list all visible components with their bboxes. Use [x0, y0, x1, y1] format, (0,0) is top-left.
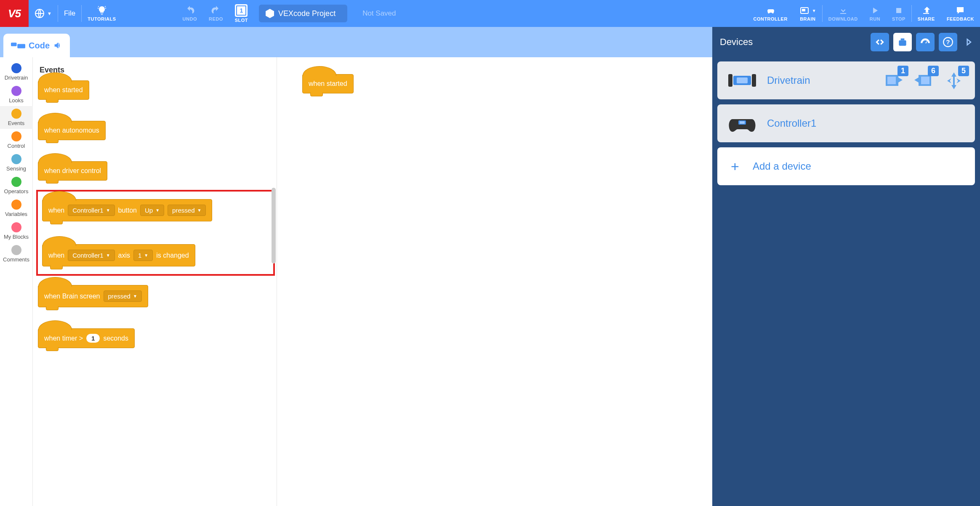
devices-tab-help[interactable]: ? — [939, 33, 957, 51]
dropdown-state[interactable]: pressed▼ — [104, 290, 142, 302]
category-my-blocks[interactable]: My Blocks — [0, 220, 33, 242]
download-button[interactable]: DOWNLOAD — [823, 0, 864, 27]
run-button[interactable]: RUN — [864, 0, 886, 27]
svg-rect-10 — [728, 74, 732, 87]
palette-scrollbar[interactable] — [272, 188, 276, 264]
code-icon — [874, 37, 885, 48]
svg-rect-13 — [737, 77, 748, 83]
block-brain-screen[interactable]: when Brain screen pressed▼ — [38, 285, 148, 307]
category-label: Sensing — [6, 165, 26, 172]
devices-collapse[interactable] — [961, 33, 976, 51]
dropdown-controller[interactable]: Controller1▼ — [68, 250, 115, 261]
svg-text:?: ? — [946, 38, 950, 45]
category-label: Operators — [4, 188, 29, 194]
dropdown-state[interactable]: pressed▼ — [168, 205, 206, 216]
file-menu[interactable]: File — [58, 0, 81, 27]
project-name-input[interactable]: VEXcode Project — [259, 5, 347, 22]
dropdown-axis[interactable]: 1▼ — [133, 250, 153, 261]
stop-button[interactable]: STOP — [886, 0, 911, 27]
category-label: My Blocks — [4, 234, 29, 240]
svg-rect-5 — [17, 44, 25, 48]
help-icon: ? — [943, 37, 953, 48]
category-variables[interactable]: Variables — [0, 197, 33, 220]
redo-button[interactable]: REDO — [203, 0, 229, 27]
devices-title: Devices — [720, 37, 753, 48]
category-color-dot — [11, 222, 21, 232]
save-status: Not Saved — [362, 9, 396, 18]
feedback-button[interactable]: FEEDBACK — [941, 0, 980, 27]
stop-icon — [894, 5, 904, 16]
controller-button[interactable]: CONTROLLER — [747, 0, 793, 27]
sound-icon — [53, 41, 62, 50]
category-color-dot — [11, 154, 21, 164]
category-color-dot — [11, 200, 21, 210]
block-when-driver-control[interactable]: when driver control — [38, 161, 107, 181]
undo-button[interactable]: UNDO — [177, 0, 203, 27]
category-looks[interactable]: Looks — [0, 83, 33, 106]
brain-icon — [799, 5, 810, 16]
dropdown-controller[interactable]: Controller1▼ — [68, 205, 115, 216]
port-chip-left-motor: 1 — [882, 70, 904, 91]
controller-icon — [765, 5, 775, 16]
category-color-dot — [11, 63, 21, 73]
devices-icon — [897, 37, 908, 48]
input-timer-value[interactable]: 1 — [86, 334, 100, 343]
category-operators[interactable]: Operators — [0, 174, 33, 197]
category-label: Control — [8, 143, 25, 149]
block-when-timer[interactable]: when timer > 1 seconds — [38, 328, 135, 348]
drivetrain-icon — [727, 70, 757, 91]
tutorials-button[interactable]: TUTORIALS — [82, 0, 122, 27]
block-when-autonomous[interactable]: when autonomous — [38, 121, 106, 140]
port-chip-right-motor: 6 — [913, 70, 935, 91]
workspace-canvas[interactable]: when started — [277, 57, 712, 506]
chevron-right-icon — [964, 35, 973, 49]
block-palette: Events when started when autonomous when… — [33, 57, 277, 506]
blocks-icon — [11, 40, 25, 51]
device-row-drivetrain[interactable]: Drivetrain 1 6 5 — [717, 61, 975, 99]
devices-tab-monitor[interactable] — [916, 33, 935, 51]
svg-rect-3 — [896, 8, 901, 13]
language-menu[interactable]: ▼ — [29, 0, 58, 27]
redo-icon — [211, 5, 221, 16]
category-color-dot — [11, 177, 21, 187]
category-label: Variables — [5, 211, 27, 217]
globe-icon — [35, 8, 45, 19]
add-device-button[interactable]: + Add a device — [717, 147, 975, 185]
code-tab[interactable]: Code — [3, 34, 70, 57]
category-drivetrain[interactable]: Drivetrain — [0, 61, 33, 83]
app-logo: V5 — [0, 0, 29, 27]
svg-rect-15 — [921, 77, 929, 84]
devices-tab-code[interactable] — [871, 33, 889, 51]
svg-rect-2 — [802, 9, 805, 11]
category-color-dot — [11, 109, 21, 119]
slot-number-icon: 1 — [235, 4, 248, 17]
canvas-block-when-started[interactable]: when started — [302, 74, 354, 93]
brain-button[interactable]: ▼ BRAIN — [794, 0, 822, 27]
category-events[interactable]: Events — [0, 106, 33, 129]
category-comments[interactable]: Comments — [0, 242, 33, 265]
category-color-dot — [11, 131, 21, 141]
dropdown-button[interactable]: Up▼ — [140, 205, 164, 216]
category-control[interactable]: Control — [0, 129, 33, 152]
play-icon — [870, 5, 880, 16]
block-when-started[interactable]: when started — [38, 80, 89, 100]
block-controller-axis[interactable]: when Controller1▼ axis 1▼ is changed — [42, 244, 195, 266]
category-label: Drivetrain — [5, 75, 28, 81]
device-row-controller1[interactable]: Controller1 — [717, 104, 975, 142]
gauge-icon — [920, 37, 931, 48]
devices-tab-devices[interactable] — [893, 33, 912, 51]
svg-rect-17 — [740, 121, 745, 124]
svg-rect-7 — [901, 38, 905, 40]
svg-rect-6 — [899, 40, 906, 46]
category-sensing[interactable]: Sensing — [0, 152, 33, 174]
share-button[interactable]: SHARE — [912, 0, 941, 27]
svg-rect-4 — [11, 43, 17, 46]
category-rail: DrivetrainLooksEventsControlSensingOpera… — [0, 57, 33, 506]
share-icon — [921, 5, 931, 16]
block-controller-button[interactable]: when Controller1▼ button Up▼ pressed▼ — [42, 199, 212, 221]
highlighted-blocks-group: when Controller1▼ button Up▼ pressed▼ wh… — [36, 190, 275, 276]
hexagon-icon — [266, 9, 274, 18]
plus-icon: + — [727, 159, 743, 174]
controller-device-icon — [727, 113, 757, 134]
slot-button[interactable]: 1 SLOT — [229, 0, 254, 27]
